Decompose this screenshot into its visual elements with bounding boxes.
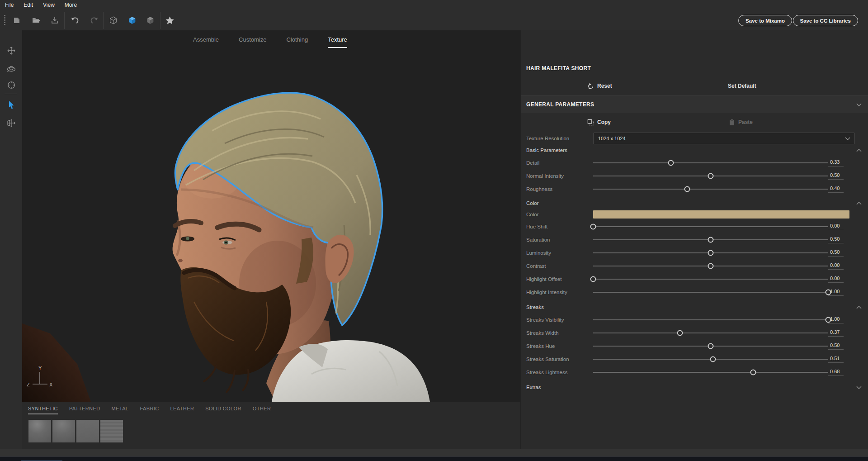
textured-cube-icon[interactable] [146,16,155,25]
slider-value[interactable]: 0.00 [828,276,844,283]
shaded-cube-active-icon[interactable] [128,16,137,25]
character-render[interactable] [22,30,520,402]
material-tab-synthetic[interactable]: SYNTHETIC [28,406,58,414]
material-swatch[interactable] [76,420,99,442]
redo-icon[interactable] [90,16,99,24]
slider-knob[interactable] [708,250,714,256]
slider-knob[interactable] [708,343,714,349]
texture-resolution-dropdown[interactable]: 1024 x 1024 [593,133,855,144]
slider-value[interactable]: 0.37 [828,329,844,337]
open-file-icon[interactable] [32,16,40,24]
slider-value[interactable]: 0.68 [828,369,844,376]
toolbar-divider [160,12,160,29]
slider-track[interactable] [593,366,828,379]
material-swatch[interactable] [100,420,123,442]
slider-knob[interactable] [677,330,683,336]
material-tab-metal[interactable]: METAL [112,406,129,414]
slider-track[interactable] [593,182,828,195]
import-save-icon[interactable] [51,16,59,24]
slider-value[interactable]: 0.33 [828,159,844,166]
orbit-tool-icon[interactable] [6,64,16,73]
material-swatch[interactable] [28,420,51,442]
perspective-tool-icon[interactable] [6,119,16,128]
dolly-zoom-tool-icon[interactable] [7,81,16,90]
parameters-panel: HAIR MALEFITA SHORT Reset Set Default GE… [520,30,868,449]
material-tab-solid-color[interactable]: SOLID COLOR [205,406,241,414]
tab-texture[interactable]: Texture [328,36,347,48]
slider-value[interactable]: 0.00 [828,223,844,230]
material-tab-other[interactable]: OTHER [253,406,271,414]
slider-value[interactable]: 0.50 [828,342,844,350]
slider-knob[interactable] [708,263,714,269]
slider-knob[interactable] [710,356,716,362]
reset-button[interactable]: Reset [587,80,612,92]
slider-value[interactable]: 0.50 [828,236,844,243]
viewport-3d[interactable]: AssembleCustomizeClothingTexture [22,30,520,402]
wireframe-cube-icon[interactable] [109,16,118,25]
paste-label: Paste [738,119,753,125]
menu-more[interactable]: More [65,2,77,8]
slider-track[interactable] [593,156,828,169]
material-swatch[interactable] [52,420,75,442]
select-tool-icon[interactable] [7,100,15,109]
slider-track[interactable] [593,169,828,182]
chevron-up-icon[interactable] [856,306,862,309]
chevron-down-icon[interactable] [856,103,862,106]
slider-value[interactable]: 0.40 [828,185,844,193]
slider-track[interactable] [593,352,828,366]
undo-icon[interactable] [71,16,80,24]
paste-icon [729,119,735,126]
material-tab-fabric[interactable]: FABRIC [140,406,159,414]
slider-track[interactable] [593,246,828,259]
slider-track[interactable] [593,285,828,299]
slider-track[interactable] [593,259,828,272]
section-header-streaks[interactable]: Streaks [521,301,868,313]
slider-knob[interactable] [590,276,596,282]
section-header-basic-parameters[interactable]: Basic Parameters [521,144,868,156]
material-tab-leather[interactable]: LEATHER [170,406,194,414]
favorites-star-icon[interactable] [165,16,174,24]
pan-tool-icon[interactable] [7,46,16,55]
slider-track[interactable] [593,326,828,339]
tab-clothing[interactable]: Clothing [287,36,308,48]
toolbar-drag-handle[interactable] [4,15,5,26]
slider-track[interactable] [593,272,828,285]
menu-edit[interactable]: Edit [24,2,33,8]
material-tab-patterned[interactable]: PATTERNED [69,406,100,414]
save-to-cc-libraries-button[interactable]: Save to CC Libraries [793,15,858,26]
menu-view[interactable]: View [43,2,55,8]
slider-knob[interactable] [750,369,756,375]
slider-value[interactable]: 0.00 [828,262,844,270]
slider-track[interactable] [593,313,828,326]
slider-knob[interactable] [668,160,674,166]
slider-value[interactable]: 0.50 [828,249,844,257]
general-parameters-header[interactable]: GENERAL PARAMETERS [521,96,868,113]
slider-knob[interactable] [708,237,714,242]
slider-knob[interactable] [708,173,714,179]
slider-track[interactable] [593,220,828,233]
tab-customize[interactable]: Customize [239,36,266,48]
slider-track[interactable] [593,339,828,352]
tab-assemble[interactable]: Assemble [193,36,219,48]
copy-button[interactable]: Copy [587,116,611,128]
slider-knob[interactable] [826,317,831,323]
save-to-mixamo-button[interactable]: Save to Mixamo [738,15,792,26]
section-header-extras[interactable]: Extras [521,381,868,393]
menu-file[interactable]: File [5,2,14,8]
slider-value[interactable]: 0.51 [828,356,844,363]
chevron-up-icon[interactable] [856,202,862,205]
set-default-button[interactable]: Set Default [728,80,756,92]
slider-knob[interactable] [590,223,596,229]
color-swatch[interactable] [593,210,849,219]
status-strip [0,449,868,456]
slider-knob[interactable] [684,186,690,192]
chevron-up-icon[interactable] [856,149,862,152]
new-scene-icon[interactable] [13,16,21,24]
chevron-down-icon[interactable] [856,386,862,389]
slider-label: Hue Shift [521,224,593,229]
section-header-color[interactable]: Color [521,197,868,209]
slider-track[interactable] [593,233,828,246]
slider-knob[interactable] [826,289,831,295]
slider-value[interactable]: 0.50 [828,172,844,180]
slider-label: Streaks Width [521,330,593,336]
